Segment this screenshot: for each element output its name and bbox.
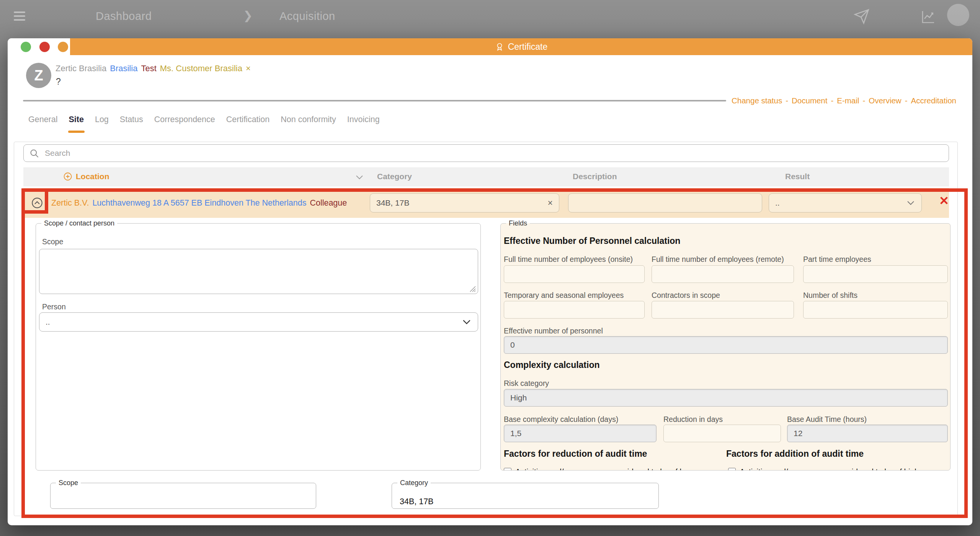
contact-link[interactable]: Ms. Customer Brasilia (160, 64, 242, 74)
chevron-down-icon (462, 318, 472, 326)
contractors-label: Contractors in scope (652, 291, 720, 300)
action-link-bar: Change status - Document - E-mail - Over… (15, 96, 965, 106)
onsite-input[interactable] (504, 265, 645, 283)
status-label: Test (141, 64, 156, 74)
column-category: Category (377, 172, 412, 181)
base-days-input: 1,5 (504, 425, 657, 442)
add-location-icon[interactable] (63, 172, 72, 181)
base-hours-label: Base Audit Time (hours) (787, 415, 867, 424)
factor-low-checkrow: Activities and/or processes considered t… (504, 467, 700, 471)
parttime-label: Part time employees (803, 255, 871, 264)
bottom-category-fieldset[interactable]: Category 34B, 17B (392, 479, 659, 509)
column-description: Description (573, 172, 617, 181)
window-zoom-button[interactable] (21, 42, 31, 52)
shifts-input[interactable] (803, 301, 948, 319)
factors-reduction-heading: Factors for reduction of audit time (504, 449, 647, 459)
row-delete-button[interactable]: ✕ (939, 195, 949, 207)
remote-label: Full time number of employees (remote) (652, 255, 784, 264)
site-link[interactable]: Brasilia (110, 64, 137, 74)
backdrop-avatar (947, 4, 969, 26)
breadcrumb-dashboard: Dashboard (96, 10, 152, 23)
search-input[interactable] (45, 149, 943, 158)
row-result-select[interactable]: .. (769, 193, 922, 212)
tab-log[interactable]: Log (95, 115, 109, 127)
base-days-value: 1,5 (510, 429, 521, 438)
search-icon (29, 148, 39, 159)
breadcrumb-chevron-icon: ❯ (243, 9, 253, 22)
divider-rule (23, 100, 726, 101)
collapse-row-icon[interactable] (31, 197, 43, 209)
factor-high-checkbox[interactable] (728, 468, 736, 471)
parttime-input[interactable] (803, 265, 948, 283)
remove-contact-icon[interactable]: × (246, 64, 251, 74)
add-location-header[interactable]: Location (63, 172, 109, 181)
person-label: Person (42, 302, 66, 311)
reduction-days-input[interactable] (663, 425, 781, 442)
factor-low-checkbox[interactable] (504, 468, 511, 471)
action-email[interactable]: E-mail (837, 96, 859, 105)
certificate-ribbon-icon (495, 42, 504, 51)
risk-category-input: High (504, 389, 948, 407)
action-separator: - (786, 96, 788, 105)
backdrop-topbar: Dashboard ❯ Acquisition (0, 0, 980, 31)
action-change-status[interactable]: Change status (732, 96, 782, 105)
onsite-label: Full time number of employees (onsite) (504, 255, 633, 264)
tab-certification[interactable]: Certification (226, 115, 270, 127)
base-hours-value: 12 (794, 429, 802, 438)
effective-personnel-input: 0 (504, 336, 948, 354)
scope-textarea[interactable] (39, 249, 478, 294)
risk-category-label: Risk category (504, 379, 549, 388)
window-controls-strip (8, 38, 70, 55)
factor-high-label: Activities and/or processes considered t… (740, 467, 925, 471)
reduction-days-label: Reduction in days (663, 415, 723, 424)
bottom-category-legend: Category (397, 479, 431, 487)
window-close-button[interactable] (39, 42, 50, 52)
certificate-modal: Certificate Z Zertic Brasilia Brasilia T… (8, 38, 972, 525)
effective-personnel-value: 0 (510, 340, 515, 350)
row-address-link[interactable]: Luchthavenweg 18 A 5657 EB Eindhoven The… (92, 198, 306, 208)
action-document[interactable]: Document (792, 96, 827, 105)
base-days-label: Base complexity calculation (days) (504, 415, 618, 424)
tab-status[interactable]: Status (120, 115, 143, 127)
factors-addition-heading: Factors for addition of audit time (726, 449, 864, 459)
scope-label: Scope (42, 237, 63, 246)
contractors-input[interactable] (652, 301, 794, 319)
site-table-container: Location Category Description Result Zer… (14, 142, 958, 516)
tab-non-conformity[interactable]: Non conformity (281, 115, 336, 127)
person-select[interactable]: .. (39, 312, 478, 332)
scope-contact-fieldset: Scope / contact person Scope Person .. (36, 219, 481, 471)
tab-correspondence[interactable]: Correspondence (154, 115, 215, 127)
row-category-input[interactable]: 34B, 17B × (370, 193, 559, 212)
tab-site[interactable]: Site (69, 115, 84, 127)
tab-general[interactable]: General (28, 115, 58, 127)
category-clear-icon[interactable]: × (548, 198, 553, 208)
send-icon (854, 8, 870, 25)
tab-invoicing[interactable]: Invoicing (347, 115, 380, 127)
action-overview[interactable]: Overview (869, 96, 901, 105)
sort-chevron-icon[interactable] (355, 173, 364, 181)
column-result: Result (785, 172, 810, 181)
action-separator: - (905, 96, 908, 105)
fields-legend: Fields (506, 219, 530, 227)
menu-icon (14, 9, 25, 23)
bottom-scope-fieldset[interactable]: Scope (50, 479, 316, 509)
row-category-value: 34B, 17B (376, 198, 409, 208)
window-minimize-button[interactable] (58, 42, 68, 52)
breadcrumb-acquisition: Acquisition (279, 10, 335, 23)
row-description-input[interactable] (568, 193, 762, 212)
action-accreditation[interactable]: Accreditation (911, 96, 956, 105)
company-name: Zertic Brasilia (56, 64, 106, 74)
action-separator: - (831, 96, 833, 105)
base-hours-input: 12 (787, 425, 948, 442)
row-relation-label: Colleague (310, 198, 347, 208)
fields-fieldset: Fields Effective Number of Personnel cal… (500, 219, 951, 471)
avatar-letter: Z (34, 67, 43, 84)
remote-input[interactable] (652, 265, 794, 283)
modal-titlebar: Certificate (70, 38, 972, 55)
row-company-link[interactable]: Zertic B.V. (51, 198, 89, 208)
personnel-heading: Effective Number of Personnel calculatio… (504, 236, 680, 246)
bottom-category-value: 34B, 17B (400, 497, 433, 507)
action-separator: - (862, 96, 865, 105)
temporary-input[interactable] (504, 301, 645, 319)
chevron-down-icon (906, 199, 915, 207)
